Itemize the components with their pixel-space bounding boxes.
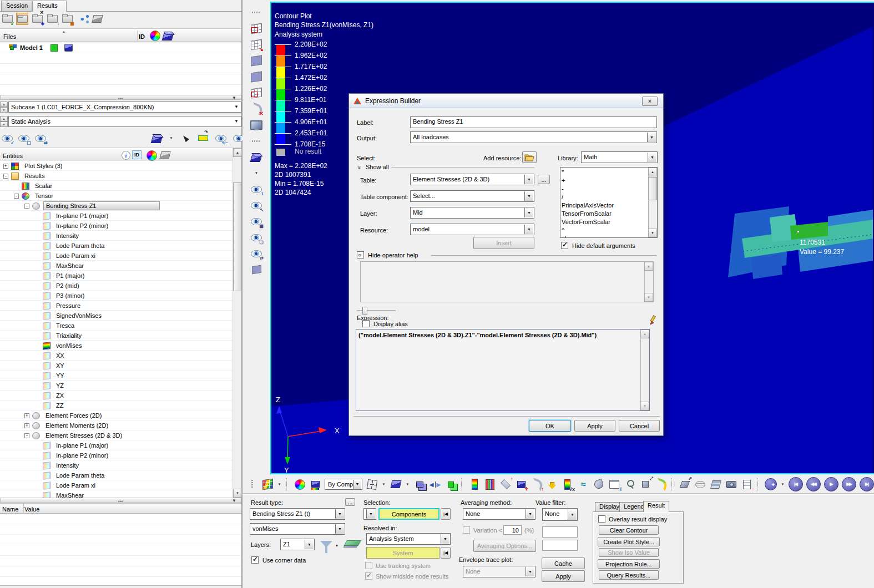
value-filter-max-input[interactable] bbox=[542, 540, 578, 551]
vt-mask-caret[interactable] bbox=[254, 167, 259, 179]
close-tab-icon[interactable]: × bbox=[40, 9, 43, 16]
library-item[interactable]: * bbox=[562, 168, 648, 176]
streamlines-icon[interactable] bbox=[577, 478, 589, 490]
help-scrollbar[interactable]: ▲ ▼ bbox=[644, 262, 653, 302]
build-plots-icon[interactable] bbox=[710, 478, 722, 490]
mirror-symmetry-icon[interactable] bbox=[429, 478, 441, 490]
tree-row[interactable]: Intensity bbox=[0, 231, 233, 241]
use-corner-data-label[interactable]: Use corner data bbox=[262, 557, 306, 564]
overlay-models-icon[interactable] bbox=[444, 478, 457, 490]
tree-row[interactable]: P1 (major) bbox=[0, 271, 233, 281]
apply-contour-button[interactable]: Apply bbox=[542, 570, 585, 582]
next-frame-button[interactable]: ▶▶ bbox=[842, 477, 856, 491]
display-alias-checkbox[interactable] bbox=[362, 320, 370, 327]
tree-row[interactable]: vonMises bbox=[0, 341, 233, 351]
clear-contour-button[interactable]: Clear Contour bbox=[599, 525, 659, 535]
subcase-spinner[interactable]: ▲▼ bbox=[0, 102, 8, 113]
envelope-combo[interactable]: None bbox=[463, 566, 535, 577]
system-reset-button[interactable]: |◀ bbox=[441, 547, 451, 559]
component-color-icon[interactable] bbox=[309, 478, 321, 490]
report-icon[interactable]: ~ bbox=[741, 478, 753, 490]
tab-result[interactable]: Result bbox=[643, 501, 669, 512]
overlay-result-label[interactable]: Overlay result display bbox=[609, 516, 667, 523]
highlight-icon[interactable]: ↷ bbox=[197, 132, 209, 144]
expand-icon[interactable]: + bbox=[24, 413, 29, 418]
color-mode-combo[interactable]: By Comp bbox=[325, 479, 362, 490]
pick-visibility-icon[interactable]: ↖ bbox=[250, 199, 262, 211]
show-tree-icon[interactable]: ▦ bbox=[250, 215, 262, 227]
tab-session[interactable]: Session bbox=[1, 1, 32, 11]
show-midside-checkbox[interactable] bbox=[365, 572, 372, 580]
tab-results[interactable]: Results × bbox=[32, 1, 67, 12]
result-component-combo[interactable]: vonMises bbox=[250, 523, 345, 535]
overlay-result-checkbox[interactable] bbox=[598, 515, 605, 523]
library-item[interactable]: - bbox=[562, 185, 648, 193]
collapse-icon[interactable]: - bbox=[14, 194, 19, 199]
display-alias-label[interactable]: Display alias bbox=[373, 321, 408, 327]
expand-icon[interactable]: + bbox=[24, 423, 29, 428]
wireframe-mode-icon[interactable] bbox=[366, 478, 378, 490]
filter-caret-icon[interactable]: ▼ bbox=[335, 544, 339, 548]
dialog-close-button[interactable]: × bbox=[642, 97, 658, 106]
table-component-combo[interactable]: Select... bbox=[410, 190, 534, 202]
tracking-system-icon[interactable]: + bbox=[765, 478, 777, 490]
library-item[interactable]: / bbox=[562, 193, 648, 201]
tree-splitter[interactable]: ▪▪▪ ▼ bbox=[0, 498, 241, 503]
tree-row[interactable]: Lode Param xi bbox=[0, 251, 233, 261]
entity-info-icon[interactable]: i bbox=[608, 478, 620, 490]
value-column-header[interactable]: Value bbox=[24, 506, 39, 513]
tree-row[interactable]: MaxShear bbox=[0, 261, 233, 271]
tree-row[interactable]: ZX bbox=[0, 391, 233, 401]
files-column-header[interactable]: Files bbox=[3, 33, 16, 40]
apply-load-icon[interactable] bbox=[546, 478, 558, 490]
section-plane-icon[interactable]: ↑ bbox=[499, 478, 512, 490]
copy-session-icon[interactable] bbox=[91, 13, 103, 25]
library-item[interactable]: PrincipalAxisVector bbox=[562, 201, 648, 210]
notes-icon[interactable] bbox=[694, 478, 706, 490]
cache-button[interactable]: Cache bbox=[542, 557, 585, 569]
use-corner-data-checkbox[interactable] bbox=[251, 556, 259, 564]
image-capture-icon[interactable] bbox=[725, 478, 737, 490]
tree-row[interactable]: YY bbox=[0, 371, 233, 381]
variation-input[interactable]: 10 bbox=[503, 525, 522, 535]
expression-scrollbar[interactable]: ▲ ▼ bbox=[640, 330, 649, 410]
open-session-icon[interactable]: ↙ bbox=[1, 13, 13, 25]
tree-row[interactable]: +Plot Styles (3) bbox=[0, 161, 233, 171]
lib-scroll-down-icon[interactable]: ▼ bbox=[648, 229, 657, 237]
show-outline-icon[interactable]: ▢ bbox=[250, 231, 262, 244]
tree-row[interactable]: Scalar bbox=[0, 181, 233, 191]
tree-row[interactable]: YZ bbox=[0, 381, 233, 391]
system-collector-button[interactable]: System bbox=[366, 547, 439, 559]
tree-row[interactable]: In-plane P1 (major) bbox=[0, 440, 233, 450]
tree-row[interactable]: ZZ bbox=[0, 401, 233, 410]
contour-legend-icon[interactable] bbox=[468, 478, 481, 490]
wireframe-caret[interactable] bbox=[381, 478, 386, 490]
query-search-icon[interactable] bbox=[624, 478, 636, 490]
scroll-up-icon[interactable]: ▲ bbox=[233, 148, 242, 157]
overlay-grid-icon[interactable] bbox=[250, 263, 262, 276]
tree-row[interactable]: In-plane P2 (minor) bbox=[0, 450, 233, 460]
tree-row[interactable]: SignedVonMises bbox=[0, 311, 233, 321]
color-column-icon[interactable] bbox=[149, 29, 161, 42]
derived-results-icon[interactable]: √x bbox=[562, 478, 574, 490]
value-filter-min-input[interactable] bbox=[542, 526, 578, 538]
import-model-icon[interactable]: ↓ bbox=[46, 13, 58, 25]
selection-type-combo[interactable] bbox=[363, 508, 376, 520]
display-reverse-icon[interactable]: ⇄ bbox=[34, 132, 47, 144]
measure-icon[interactable]: ⤢ bbox=[639, 478, 651, 490]
library-item[interactable]: TensorFromScalar bbox=[562, 210, 648, 218]
layer-stack-icon[interactable] bbox=[343, 543, 360, 548]
tree-row[interactable]: Lode Param theta bbox=[0, 241, 233, 251]
contour-tool-caret[interactable] bbox=[277, 478, 282, 490]
exploded-view-icon[interactable]: ✛ bbox=[515, 478, 527, 490]
display-unchecked-icon[interactable]: ▢ bbox=[18, 132, 30, 144]
simulation-selector[interactable]: Static Analysis bbox=[8, 116, 241, 127]
tree-row[interactable]: Triaxiality bbox=[0, 331, 233, 341]
show-hide-icon[interactable]: +/− bbox=[215, 132, 227, 144]
resolved-in-combo[interactable]: Analysis System bbox=[366, 533, 451, 545]
resource-combo[interactable]: model bbox=[410, 224, 534, 235]
mask-caret[interactable] bbox=[169, 132, 174, 144]
library-item[interactable]: + bbox=[562, 176, 648, 185]
insert-button[interactable]: Insert bbox=[473, 237, 534, 249]
hide-operator-help-chevron[interactable]: » bbox=[357, 251, 364, 258]
